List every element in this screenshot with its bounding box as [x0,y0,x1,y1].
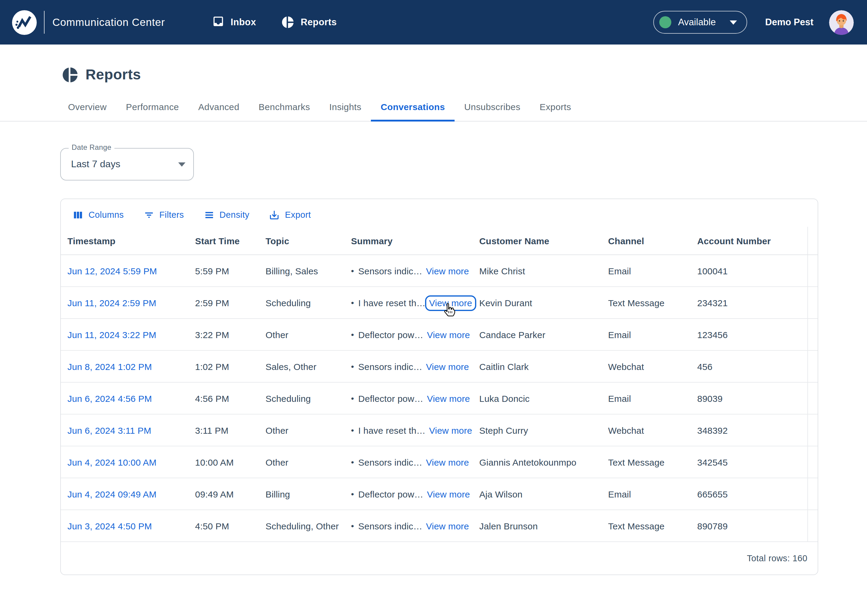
filters-button-label: Filters [159,210,184,220]
channel-cell: Text Message [608,510,697,541]
account-number-cell: 348392 [697,415,807,446]
column-header-summary[interactable]: Summary [351,227,479,255]
tab-label: Unsubscribes [464,102,520,112]
timestamp-cell: Jun 12, 2024 5:59 PM [68,255,195,286]
chevron-down-icon [178,162,186,167]
filter-list-icon [143,209,154,220]
view-more-link[interactable]: View more [426,521,469,531]
table-row: Jun 4, 2024 09:49 AM 09:49 AM Billing • … [61,478,818,510]
tabs: OverviewPerformanceAdvancedBenchmarksIns… [0,93,867,121]
column-header-channel[interactable]: Channel [608,227,697,255]
columns-icon [72,209,84,220]
column-header-topic[interactable]: Topic [265,227,351,255]
view-more-link[interactable]: View more [427,489,470,499]
export-button-label: Export [285,210,311,220]
bullet-glyph: • [351,521,354,531]
account-number-cell: 234321 [697,287,807,318]
view-more-link[interactable]: View more [426,266,469,276]
view-more-link[interactable]: View more [426,457,469,467]
tab-benchmarks[interactable]: Benchmarks [249,93,320,121]
filler-cell [807,415,818,446]
nav-item-inbox[interactable]: Inbox [212,15,256,30]
account-number-cell: 456 [697,351,807,382]
user-name: Demo Pest [765,17,813,28]
filters-button[interactable]: Filters [137,206,189,223]
timestamp-link[interactable]: Jun 8, 2024 1:02 PM [68,361,152,371]
topic-cell: Scheduling, Other [265,510,351,541]
mouse-cursor-pointer-icon [441,302,458,318]
timestamp-cell: Jun 11, 2024 3:22 PM [68,319,195,350]
column-header-account-number[interactable]: Account Number [697,227,807,255]
tab-insights[interactable]: Insights [320,93,371,121]
reports-pie-icon-title [62,66,78,83]
table-body: Jun 12, 2024 5:59 PM 5:59 PM Billing, Sa… [61,255,818,542]
start-time-cell: 3:11 PM [195,415,265,446]
summary-text: I have reset th… [358,297,426,308]
summary-text: Sensors indic… [358,361,422,371]
nav-item-reports[interactable]: Reports [282,16,337,29]
columns-button[interactable]: Columns [67,206,129,223]
view-more-link[interactable]: View more [425,295,476,311]
customer-name-cell: Giannis Antetokounmpo [479,446,608,478]
availability-dropdown[interactable]: Available [654,11,747,34]
channel-cell: Email [608,478,697,509]
start-time-cell: 3:22 PM [195,319,265,350]
timestamp-cell: Jun 4, 2024 09:49 AM [68,478,195,509]
column-header-filler [807,227,818,255]
export-button[interactable]: Export [263,206,317,223]
tab-overview[interactable]: Overview [58,93,116,121]
topic-cell: Scheduling [265,383,351,414]
timestamp-cell: Jun 6, 2024 4:56 PM [68,383,195,414]
table-row: Jun 3, 2024 4:50 PM 4:50 PM Scheduling, … [61,510,818,542]
filler-cell [807,383,818,414]
timestamp-link[interactable]: Jun 6, 2024 4:56 PM [68,393,152,403]
filler-cell [807,255,818,286]
timestamp-link[interactable]: Jun 11, 2024 2:59 PM [68,297,156,308]
tab-advanced[interactable]: Advanced [188,93,249,121]
date-range-select[interactable]: Date Range Last 7 days [60,148,194,181]
table-toolbar: Columns Filters Density [61,199,818,227]
column-header-timestamp[interactable]: Timestamp [68,227,195,255]
bullet-glyph: • [351,330,354,339]
table-row: Jun 8, 2024 1:02 PM 1:02 PM Sales, Other… [61,351,818,383]
account-number-cell: 890789 [697,510,807,541]
filler-cell [807,351,818,382]
tab-conversations[interactable]: Conversations [371,93,455,121]
tab-label: Insights [329,102,361,112]
summary-text: Sensors indic… [358,457,422,467]
timestamp-link[interactable]: Jun 11, 2024 3:22 PM [68,329,156,339]
tab-performance[interactable]: Performance [116,93,188,121]
tab-label: Performance [126,102,179,112]
date-range-value: Last 7 days [71,159,120,170]
logo-w-mark [12,10,37,35]
summary-text: Deflector pow… [358,329,423,339]
density-button[interactable]: Density [198,206,255,223]
column-header-customer-name[interactable]: Customer Name [479,227,608,255]
filler-cell [807,287,818,318]
user-avatar[interactable] [829,10,854,35]
view-more-link[interactable]: View more [426,361,469,371]
timestamp-link[interactable]: Jun 4, 2024 09:49 AM [68,489,156,499]
topic-cell: Other [265,319,351,350]
top-navbar: Communication Center Inbox [0,0,867,44]
tab-unsubscribes[interactable]: Unsubscribes [455,93,530,121]
timestamp-link[interactable]: Jun 6, 2024 3:11 PM [68,425,151,435]
timestamp-link[interactable]: Jun 12, 2024 5:59 PM [68,266,157,276]
view-more-link[interactable]: View more [427,329,470,339]
view-more-link[interactable]: View more [429,425,472,435]
status-dot-icon [660,16,672,28]
summary-text: Sensors indic… [358,521,422,531]
table-row: Jun 6, 2024 3:11 PM 3:11 PM Other • I ha… [61,415,818,446]
bullet-glyph: • [351,298,354,307]
timestamp-link[interactable]: Jun 4, 2024 10:00 AM [68,457,156,467]
view-more-link[interactable]: View more [427,393,470,403]
brand-name: Communication Center [52,16,165,28]
customer-name-cell: Aja Wilson [479,478,608,509]
tab-exports[interactable]: Exports [530,93,581,121]
column-header-start-time[interactable]: Start Time [195,227,265,255]
timestamp-link[interactable]: Jun 3, 2024 4:50 PM [68,521,152,531]
table-footer: Total rows: 160 [61,542,818,575]
inbox-icon [212,15,225,30]
table-row: Jun 11, 2024 3:22 PM 3:22 PM Other • Def… [61,319,818,351]
columns-button-label: Columns [88,210,124,220]
